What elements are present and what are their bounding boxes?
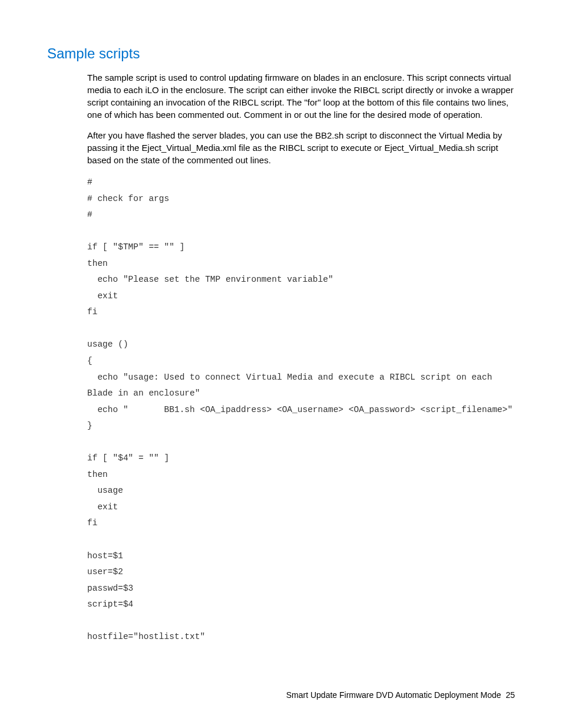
paragraph-followup: After you have flashed the server blades…	[87, 129, 515, 166]
content-area: The sample script is used to control upd…	[87, 71, 515, 645]
footer-title: Smart Update Firmware DVD Automatic Depl…	[286, 690, 501, 700]
code-block: # # check for args # if [ "$TMP" == "" ]…	[87, 174, 515, 645]
paragraph-intro: The sample script is used to control upd…	[87, 71, 515, 121]
footer-page-number: 25	[505, 690, 515, 700]
section-heading: Sample scripts	[47, 45, 515, 62]
page-footer: Smart Update Firmware DVD Automatic Depl…	[286, 690, 515, 700]
